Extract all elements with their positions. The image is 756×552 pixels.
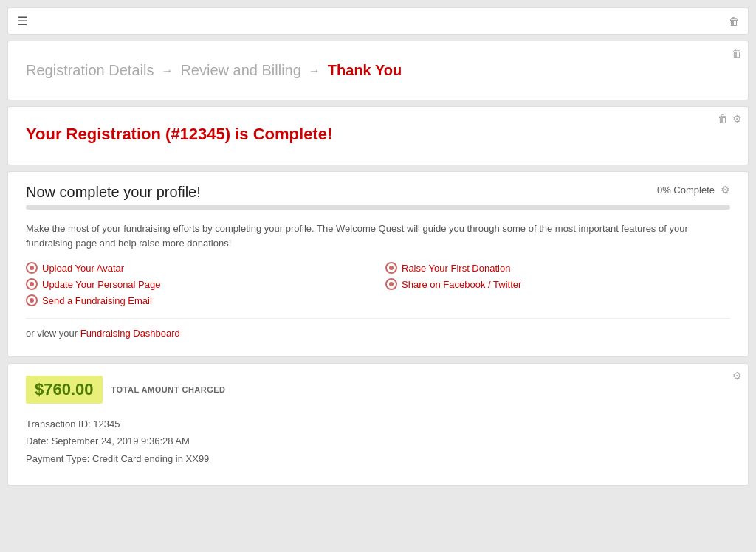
quest-item-email: Send a Fundraising Email [26, 294, 371, 306]
quest-link-social[interactable]: Share on Facebook / Twitter [402, 279, 521, 290]
billing-gear-icon[interactable]: ⚙ [732, 370, 742, 382]
quest-item-avatar: Upload Your Avatar [26, 262, 371, 274]
top-bar-trash-icon[interactable]: 🗑 [729, 15, 739, 27]
breadcrumb-step1: Registration Details [26, 62, 154, 79]
registration-card-icons: 🗑 ⚙ [718, 113, 742, 125]
profile-gear-icon[interactable]: ⚙ [721, 184, 730, 196]
transaction-id: Transaction ID: 12345 [26, 415, 730, 432]
billing-card: ⚙ $760.00 TOTAL AMOUNT CHARGED Transacti… [7, 363, 749, 486]
dashboard-text: or view your [26, 328, 80, 339]
top-bar: ☰ 🗑 [7, 7, 749, 35]
page-wrapper: ☰ 🗑 🗑 Registration Details → Review and … [7, 7, 749, 486]
breadcrumb-trash-icon[interactable]: 🗑 [732, 47, 742, 59]
quest-icon-email [26, 294, 38, 306]
quest-icon-donation [385, 262, 397, 274]
dashboard-line: or view your Fundraising Dashboard [26, 328, 730, 339]
quest-icon-social [385, 278, 397, 290]
registration-gear-icon[interactable]: ⚙ [732, 113, 742, 125]
quest-link-avatar[interactable]: Upload Your Avatar [42, 263, 124, 274]
breadcrumb-card-icons: 🗑 [732, 47, 742, 59]
quest-item-personal: Update Your Personal Page [26, 278, 371, 290]
registration-card: 🗑 ⚙ Your Registration (#12345) is Comple… [7, 106, 749, 165]
breadcrumb-arrow2: → [309, 64, 320, 77]
billing-card-icons: ⚙ [732, 370, 742, 382]
breadcrumb-step3-active: Thank You [328, 62, 402, 79]
breadcrumb-step2: Review and Billing [180, 62, 300, 79]
quest-grid: Upload Your Avatar Update Your Personal … [26, 262, 730, 306]
billing-header: $760.00 TOTAL AMOUNT CHARGED [26, 376, 730, 404]
profile-title: Now complete your profile! [26, 184, 201, 201]
profile-divider [26, 318, 730, 319]
hamburger-icon[interactable]: ☰ [17, 14, 27, 28]
registration-title: Your Registration (#12345) is Complete! [26, 125, 730, 144]
quest-right-col: Raise Your First Donation Share on Faceb… [385, 262, 730, 306]
quest-icon-personal [26, 278, 38, 290]
breadcrumb-card: 🗑 Registration Details → Review and Bill… [7, 41, 749, 100]
quest-item-social: Share on Facebook / Twitter [385, 278, 730, 290]
profile-description: Make the most of your fundraising effort… [26, 221, 730, 250]
quest-left-col: Upload Your Avatar Update Your Personal … [26, 262, 371, 306]
registration-trash-icon[interactable]: 🗑 [718, 113, 728, 125]
quest-link-personal[interactable]: Update Your Personal Page [42, 279, 160, 290]
profile-card: Now complete your profile! 0% Complete ⚙… [7, 171, 749, 357]
quest-link-email[interactable]: Send a Fundraising Email [42, 295, 152, 306]
progress-bar [26, 205, 730, 210]
breadcrumb: Registration Details → Review and Billin… [26, 62, 730, 79]
quest-item-donation: Raise Your First Donation [385, 262, 730, 274]
complete-percent: 0% Complete [657, 184, 715, 196]
payment-type: Payment Type: Credit Card ending in XX99 [26, 450, 730, 467]
profile-header-right: 0% Complete ⚙ [657, 184, 730, 196]
quest-link-donation[interactable]: Raise Your First Donation [402, 263, 510, 274]
billing-date: Date: September 24, 2019 9:36:28 AM [26, 432, 730, 449]
total-label: TOTAL AMOUNT CHARGED [111, 385, 226, 394]
quest-icon-avatar [26, 262, 38, 274]
breadcrumb-arrow1: → [161, 64, 173, 77]
billing-details: Transaction ID: 12345 Date: September 24… [26, 415, 730, 467]
amount-badge: $760.00 [26, 376, 103, 404]
dashboard-link[interactable]: Fundraising Dashboard [80, 328, 180, 339]
